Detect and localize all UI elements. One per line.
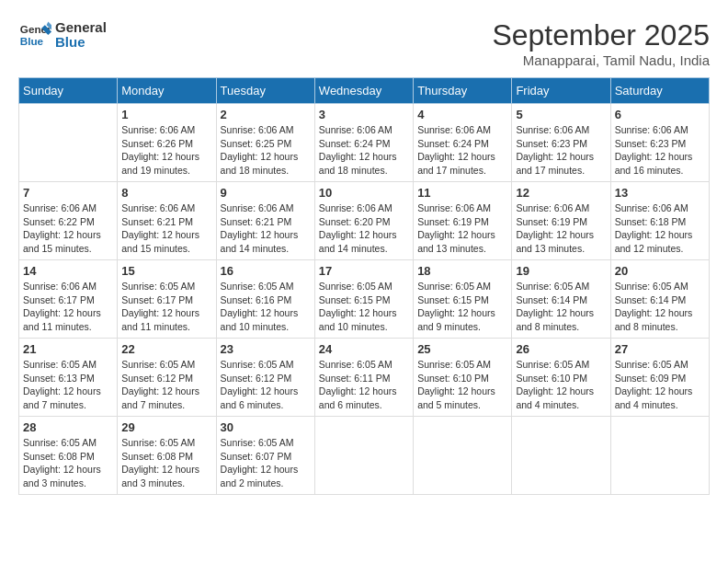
calendar-cell: 17Sunrise: 6:05 AMSunset: 6:15 PMDayligh… [314, 260, 413, 339]
day-detail: Sunrise: 6:06 AMSunset: 6:26 PMDaylight:… [121, 123, 211, 178]
day-number: 12 [516, 186, 606, 200]
day-number: 28 [23, 420, 113, 434]
day-detail: Sunrise: 6:05 AMSunset: 6:13 PMDaylight:… [23, 358, 113, 412]
day-detail: Sunrise: 6:05 AMSunset: 6:16 PMDaylight:… [221, 280, 311, 334]
day-number: 21 [23, 342, 113, 356]
title-block: September 2025 Manapparai, Tamil Nadu, I… [492, 18, 710, 68]
day-detail: Sunrise: 6:05 AMSunset: 6:10 PMDaylight:… [516, 358, 606, 412]
day-detail: Sunrise: 6:06 AMSunset: 6:19 PMDaylight:… [417, 201, 507, 256]
day-detail: Sunrise: 6:05 AMSunset: 6:15 PMDaylight:… [417, 280, 507, 334]
weekday-header-sunday: Sunday [19, 78, 118, 104]
day-detail: Sunrise: 6:05 AMSunset: 6:08 PMDaylight:… [23, 436, 113, 490]
logo-text-blue: Blue [55, 35, 107, 51]
day-detail: Sunrise: 6:06 AMSunset: 6:25 PMDaylight:… [221, 123, 311, 178]
day-detail: Sunrise: 6:05 AMSunset: 6:17 PMDaylight:… [121, 280, 211, 334]
calendar-cell: 8Sunrise: 6:06 AMSunset: 6:21 PMDaylight… [118, 182, 216, 260]
weekday-header-thursday: Thursday [414, 78, 512, 104]
weekday-header-wednesday: Wednesday [314, 78, 413, 104]
calendar-cell [414, 417, 512, 495]
day-detail: Sunrise: 6:06 AMSunset: 6:19 PMDaylight:… [516, 201, 606, 256]
logo-text-general: General [55, 20, 107, 36]
weekday-header-friday: Friday [512, 78, 610, 104]
day-number: 4 [417, 108, 507, 121]
calendar-cell [610, 417, 709, 495]
day-detail: Sunrise: 6:05 AMSunset: 6:09 PMDaylight:… [615, 358, 705, 412]
day-detail: Sunrise: 6:05 AMSunset: 6:07 PMDaylight:… [221, 436, 311, 490]
day-number: 16 [221, 264, 311, 278]
calendar-cell [19, 104, 118, 182]
weekday-header-saturday: Saturday [610, 78, 709, 104]
day-number: 3 [319, 108, 409, 121]
calendar-week-2: 7Sunrise: 6:06 AMSunset: 6:22 PMDaylight… [19, 182, 710, 260]
day-number: 29 [121, 420, 211, 434]
day-detail: Sunrise: 6:06 AMSunset: 6:20 PMDaylight:… [319, 201, 409, 256]
location-subtitle: Manapparai, Tamil Nadu, India [492, 52, 710, 68]
logo-icon: General Blue [18, 18, 51, 52]
calendar-week-5: 28Sunrise: 6:05 AMSunset: 6:08 PMDayligh… [19, 417, 710, 495]
day-number: 17 [319, 264, 409, 278]
calendar-cell: 23Sunrise: 6:05 AMSunset: 6:12 PMDayligh… [216, 339, 314, 417]
calendar-cell: 24Sunrise: 6:05 AMSunset: 6:11 PMDayligh… [314, 339, 413, 417]
calendar-cell: 19Sunrise: 6:05 AMSunset: 6:14 PMDayligh… [512, 260, 610, 339]
calendar-table: SundayMondayTuesdayWednesdayThursdayFrid… [18, 77, 710, 495]
day-number: 13 [615, 186, 705, 200]
page-header: General Blue General Blue September 2025… [18, 18, 710, 68]
day-number: 22 [121, 342, 211, 356]
day-number: 10 [319, 186, 409, 200]
calendar-cell [512, 417, 610, 495]
day-number: 19 [516, 264, 606, 278]
calendar-cell: 28Sunrise: 6:05 AMSunset: 6:08 PMDayligh… [19, 417, 118, 495]
day-detail: Sunrise: 6:06 AMSunset: 6:18 PMDaylight:… [615, 201, 705, 256]
day-number: 14 [23, 264, 113, 278]
day-detail: Sunrise: 6:05 AMSunset: 6:12 PMDaylight:… [221, 358, 311, 412]
weekday-header-tuesday: Tuesday [216, 78, 314, 104]
calendar-cell: 13Sunrise: 6:06 AMSunset: 6:18 PMDayligh… [610, 182, 709, 260]
day-detail: Sunrise: 6:06 AMSunset: 6:24 PMDaylight:… [417, 123, 507, 178]
day-detail: Sunrise: 6:06 AMSunset: 6:17 PMDaylight:… [23, 280, 113, 334]
day-detail: Sunrise: 6:05 AMSunset: 6:11 PMDaylight:… [319, 358, 409, 412]
day-number: 30 [221, 420, 311, 434]
day-detail: Sunrise: 6:05 AMSunset: 6:14 PMDaylight:… [516, 280, 606, 334]
calendar-cell: 15Sunrise: 6:05 AMSunset: 6:17 PMDayligh… [118, 260, 216, 339]
calendar-cell: 25Sunrise: 6:05 AMSunset: 6:10 PMDayligh… [414, 339, 512, 417]
day-detail: Sunrise: 6:06 AMSunset: 6:21 PMDaylight:… [121, 201, 211, 256]
day-number: 1 [121, 108, 211, 121]
day-number: 26 [516, 342, 606, 356]
calendar-cell: 16Sunrise: 6:05 AMSunset: 6:16 PMDayligh… [216, 260, 314, 339]
calendar-cell: 7Sunrise: 6:06 AMSunset: 6:22 PMDaylight… [19, 182, 118, 260]
calendar-week-3: 14Sunrise: 6:06 AMSunset: 6:17 PMDayligh… [19, 260, 710, 339]
day-number: 11 [417, 186, 507, 200]
day-detail: Sunrise: 6:06 AMSunset: 6:24 PMDaylight:… [319, 123, 409, 178]
calendar-cell: 4Sunrise: 6:06 AMSunset: 6:24 PMDaylight… [414, 104, 512, 182]
calendar-cell [314, 417, 413, 495]
calendar-cell: 29Sunrise: 6:05 AMSunset: 6:08 PMDayligh… [118, 417, 216, 495]
calendar-body: 1Sunrise: 6:06 AMSunset: 6:26 PMDaylight… [19, 104, 710, 495]
calendar-cell: 9Sunrise: 6:06 AMSunset: 6:21 PMDaylight… [216, 182, 314, 260]
day-detail: Sunrise: 6:06 AMSunset: 6:22 PMDaylight:… [23, 201, 113, 256]
day-number: 2 [221, 108, 311, 121]
logo: General Blue General Blue [18, 18, 107, 52]
calendar-cell: 10Sunrise: 6:06 AMSunset: 6:20 PMDayligh… [314, 182, 413, 260]
day-number: 8 [121, 186, 211, 200]
calendar-cell: 14Sunrise: 6:06 AMSunset: 6:17 PMDayligh… [19, 260, 118, 339]
day-number: 23 [221, 342, 311, 356]
day-detail: Sunrise: 6:06 AMSunset: 6:23 PMDaylight:… [615, 123, 705, 178]
day-number: 24 [319, 342, 409, 356]
day-detail: Sunrise: 6:05 AMSunset: 6:12 PMDaylight:… [121, 358, 211, 412]
day-number: 18 [417, 264, 507, 278]
month-title: September 2025 [492, 18, 710, 52]
calendar-cell: 3Sunrise: 6:06 AMSunset: 6:24 PMDaylight… [314, 104, 413, 182]
calendar-cell: 30Sunrise: 6:05 AMSunset: 6:07 PMDayligh… [216, 417, 314, 495]
calendar-cell: 18Sunrise: 6:05 AMSunset: 6:15 PMDayligh… [414, 260, 512, 339]
calendar-week-1: 1Sunrise: 6:06 AMSunset: 6:26 PMDaylight… [19, 104, 710, 182]
calendar-header: SundayMondayTuesdayWednesdayThursdayFrid… [19, 78, 710, 104]
day-detail: Sunrise: 6:06 AMSunset: 6:21 PMDaylight:… [221, 201, 311, 256]
calendar-cell: 20Sunrise: 6:05 AMSunset: 6:14 PMDayligh… [610, 260, 709, 339]
day-number: 5 [516, 108, 606, 121]
day-number: 15 [121, 264, 211, 278]
day-number: 7 [23, 186, 113, 200]
calendar-cell: 1Sunrise: 6:06 AMSunset: 6:26 PMDaylight… [118, 104, 216, 182]
svg-text:Blue: Blue [20, 35, 44, 47]
calendar-cell: 5Sunrise: 6:06 AMSunset: 6:23 PMDaylight… [512, 104, 610, 182]
calendar-cell: 21Sunrise: 6:05 AMSunset: 6:13 PMDayligh… [19, 339, 118, 417]
